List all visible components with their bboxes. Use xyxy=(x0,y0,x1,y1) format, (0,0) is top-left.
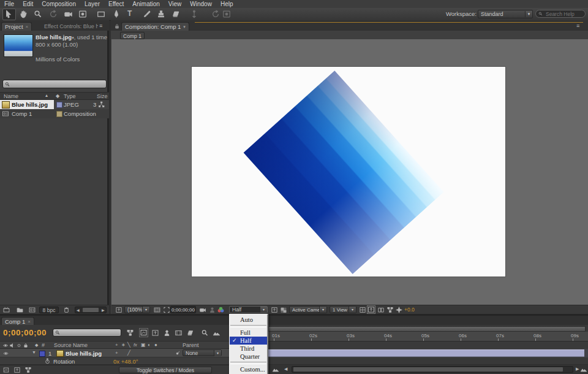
zoom-in-mountain-icon[interactable] xyxy=(580,366,587,373)
puppet-pin-tool-icon[interactable] xyxy=(190,10,198,18)
layer-track[interactable] xyxy=(268,349,588,357)
tab-effect-controls[interactable]: Effect Controls: Blue h xyxy=(44,23,98,29)
comp-timecode-field[interactable]: 0;00;00;00 xyxy=(170,306,196,313)
menu-layer[interactable]: Layer xyxy=(80,1,104,7)
project-search-input[interactable] xyxy=(12,81,104,87)
timeline-timecode[interactable]: 0;00;00;00 xyxy=(3,328,47,337)
expand-inout-pane-icon[interactable] xyxy=(13,367,21,373)
trash-icon[interactable] xyxy=(62,307,70,313)
layer-duration-bar[interactable] xyxy=(268,349,584,357)
camera-view-dropdown[interactable]: Active Camera ▾ xyxy=(289,306,327,313)
menu-edit[interactable]: Edit xyxy=(18,1,37,7)
menu-item-auto[interactable]: Auto xyxy=(230,316,267,324)
help-search-box[interactable] xyxy=(535,10,586,18)
scrollbar-thumb[interactable] xyxy=(83,308,99,312)
timeline-button-icon[interactable] xyxy=(377,307,385,313)
transparency-grid-icon[interactable] xyxy=(280,307,287,313)
row-name[interactable]: Comp 1 xyxy=(12,110,32,117)
show-channel-icon[interactable] xyxy=(217,306,225,314)
new-folder-icon[interactable] xyxy=(16,307,24,313)
scroll-right-icon[interactable]: ▶ xyxy=(102,308,105,312)
menu-file[interactable]: File xyxy=(0,1,18,7)
label-swatch[interactable] xyxy=(56,111,62,117)
parent-dropdown[interactable]: None ▾ xyxy=(183,349,222,356)
safe-margins-icon[interactable] xyxy=(153,307,161,313)
pixel-aspect-icon[interactable] xyxy=(359,307,366,313)
menu-window[interactable]: Window xyxy=(186,1,216,7)
chevron-down-icon[interactable]: ▾ xyxy=(183,25,186,29)
tab-timeline-comp1[interactable]: Comp 1 × xyxy=(1,317,34,325)
pen-tool-icon[interactable] xyxy=(112,10,121,18)
column-name[interactable]: Name xyxy=(4,93,18,99)
property-name[interactable]: Rotation xyxy=(53,358,75,365)
scroll-left-icon[interactable]: ◀ xyxy=(77,308,80,312)
type-tool-icon[interactable]: T xyxy=(127,9,132,18)
menu-animation[interactable]: Animation xyxy=(128,1,164,7)
menu-view[interactable]: View xyxy=(164,1,186,7)
camera-tool-icon[interactable] xyxy=(64,10,73,18)
flowchart-icon[interactable] xyxy=(386,307,394,313)
layer-position-switch[interactable]: + xyxy=(115,350,118,356)
expand-layer-pane-icon[interactable] xyxy=(2,367,10,373)
brainstorm-icon[interactable] xyxy=(201,329,209,337)
comp-mini-flowchart-button[interactable]: Comp 1 xyxy=(120,32,145,39)
exposure-value[interactable]: +0.0 xyxy=(404,307,415,313)
close-icon[interactable]: × xyxy=(26,24,29,29)
layer-quality-switch[interactable]: ╱ xyxy=(127,350,130,356)
shared-view-icon[interactable] xyxy=(368,306,375,313)
timeline-search-box[interactable] xyxy=(53,329,121,337)
footage-name[interactable]: Blue hills.jpg xyxy=(36,34,72,40)
panel-lock-icon[interactable] xyxy=(114,23,120,29)
menu-composition[interactable]: Composition xyxy=(37,1,80,7)
rotation-value[interactable]: 0x +48.0° xyxy=(113,358,138,365)
magnification-dropdown[interactable]: (100%) ▾ xyxy=(124,306,150,313)
graph-editor-icon[interactable] xyxy=(213,329,221,337)
always-preview-icon[interactable] xyxy=(115,307,123,313)
menu-item-full[interactable]: Full xyxy=(230,329,267,337)
snapshot-camera-icon[interactable] xyxy=(198,307,207,313)
parent-column[interactable]: Parent xyxy=(183,342,199,348)
project-panel-menu-icon[interactable]: ≡ xyxy=(99,23,102,29)
menu-help[interactable]: Help xyxy=(216,1,238,7)
menu-item-half[interactable]: ✓Half xyxy=(230,337,267,345)
layer-label-swatch[interactable] xyxy=(39,351,45,357)
scroll-left-icon[interactable]: ◀ xyxy=(284,367,287,372)
bit-depth-button[interactable]: 8 bpc xyxy=(39,307,59,313)
view-layout-dropdown[interactable]: 1 View ▾ xyxy=(330,306,356,313)
menu-item-custom[interactable]: Custom... xyxy=(230,365,267,373)
table-row[interactable]: Blue hills.jpg JPEG 3 xyxy=(0,100,109,109)
row-name[interactable]: Blue hills.jpg xyxy=(12,101,48,108)
motion-blur-icon[interactable] xyxy=(186,329,194,337)
time-ruler[interactable]: 01s 02s 03s 04s 05s 06s 07s 08s 09s xyxy=(268,332,588,342)
frame-blend-icon[interactable] xyxy=(175,329,183,337)
scroll-right-icon[interactable]: ▶ xyxy=(576,367,579,372)
help-search-input[interactable] xyxy=(545,10,582,18)
tab-project[interactable]: Project × xyxy=(1,22,32,31)
expand-options-pane-icon[interactable] xyxy=(24,367,32,373)
fast-preview-icon[interactable] xyxy=(271,307,278,313)
show-snapshot-icon[interactable] xyxy=(209,307,216,313)
column-type[interactable]: Type xyxy=(64,93,76,99)
menu-effect[interactable]: Effect xyxy=(104,1,128,7)
close-icon[interactable]: × xyxy=(28,319,31,324)
pan-behind-tool-icon[interactable] xyxy=(78,10,87,18)
rotation-tool-icon[interactable] xyxy=(49,10,58,18)
property-row[interactable]: Rotation 0x +48.0° xyxy=(0,357,267,365)
table-row[interactable]: Comp 1 Composition xyxy=(0,109,109,118)
menu-item-third[interactable]: Third xyxy=(230,345,267,353)
pickwhip-icon[interactable] xyxy=(174,350,181,356)
selection-tool-icon[interactable] xyxy=(4,10,13,18)
new-composition-icon[interactable] xyxy=(28,307,36,313)
toggle-switches-modes-button[interactable]: Toggle Switches / Modes xyxy=(119,367,212,373)
draft-3d-icon[interactable] xyxy=(151,329,159,337)
comp-mini-flow-icon[interactable] xyxy=(126,329,134,337)
exposure-icon[interactable] xyxy=(396,307,402,313)
hand-tool-icon[interactable] xyxy=(19,10,28,18)
shape-tool-icon[interactable] xyxy=(97,10,105,18)
zoom-out-mountain-icon[interactable] xyxy=(272,366,279,373)
region-of-interest-icon[interactable] xyxy=(163,307,170,313)
column-size[interactable]: Size xyxy=(97,93,108,99)
interpret-footage-icon[interactable] xyxy=(2,307,10,313)
tab-composition[interactable]: Composition: Comp 1 ▾ xyxy=(121,22,189,31)
layer-name[interactable]: Blue hills.jpg xyxy=(66,350,102,357)
